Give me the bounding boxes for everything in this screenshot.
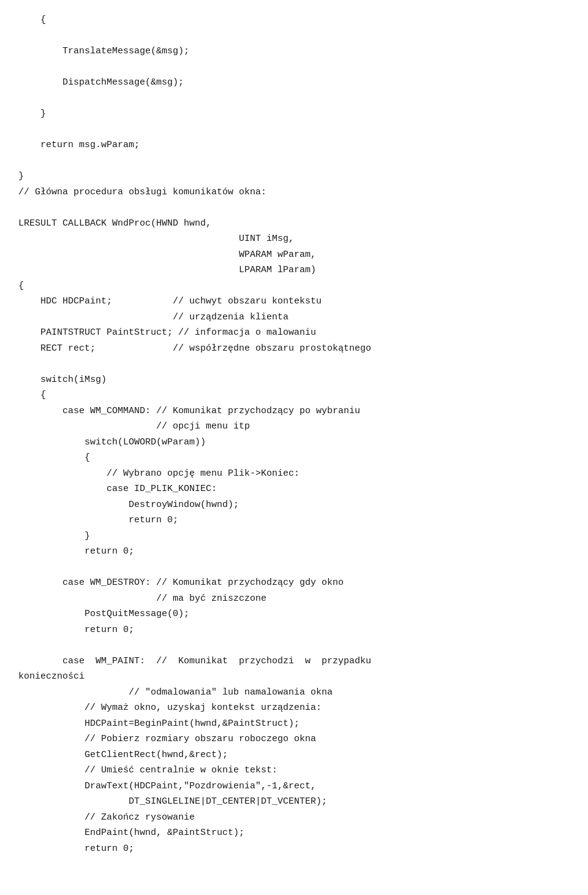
- code-display: { TranslateMessage(&msg); DispatchMessag…: [18, 12, 570, 856]
